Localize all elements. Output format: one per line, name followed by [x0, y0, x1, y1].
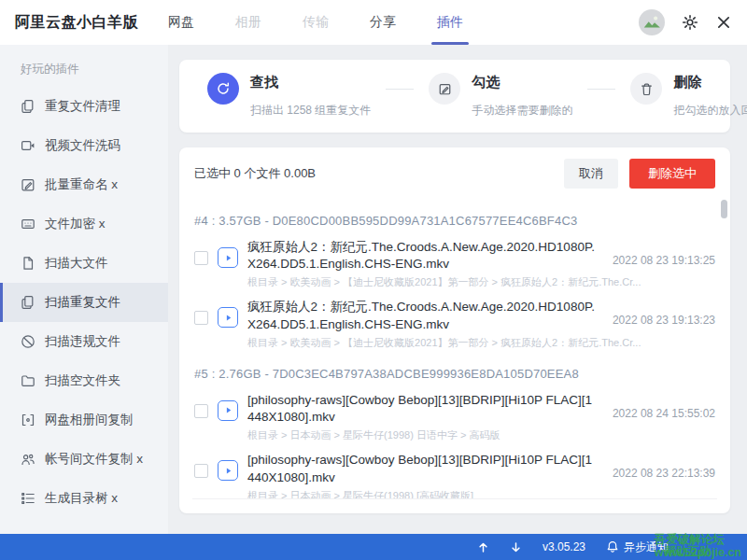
refresh-icon — [207, 73, 239, 105]
selection-bar: 已选中 0 个文件 0.00B 取消 删除选中 — [179, 147, 730, 200]
sidebar-item-label: 帐号间文件复制 x — [45, 451, 143, 468]
sidebar-item-video-wash[interactable]: 视频文件洗码 — [0, 126, 168, 165]
tab-drive[interactable]: 网盘 — [168, 0, 194, 45]
step-find: 查找扫描出 1258 组重复文件 — [207, 73, 371, 119]
close-icon — [715, 14, 732, 31]
file-time: 2022 08 23 19:13:23 — [613, 314, 715, 327]
statusbar: v3.05.23 异步通知 — [0, 534, 747, 560]
video-file-icon[interactable] — [218, 247, 238, 268]
step-check: 勾选手动选择需要删除的 — [429, 73, 572, 119]
step-texts: 删除把勾选的放入回收站 — [673, 73, 747, 119]
scan-large-icon — [21, 256, 35, 271]
trash-icon — [630, 73, 662, 105]
sidebar-item-batch-rename[interactable]: 批量重命名 x — [0, 165, 168, 204]
version-label: v3.05.23 — [543, 540, 585, 553]
titlebar: 阿里云盘小白羊版 网盘相册传输分享插件 — [0, 0, 747, 45]
file-time: 2022 08 24 15:55:02 — [613, 407, 715, 420]
sidebar-item-label: 扫描违规文件 — [45, 333, 120, 350]
edit-icon — [429, 73, 460, 105]
sidebar-item-label: 扫描大文件 — [45, 255, 108, 272]
file-row[interactable]: [philosophy-raws][Cowboy Bebop][13][BDRI… — [179, 445, 730, 498]
scrollbar-thumb[interactable] — [721, 200, 727, 218]
tab-album[interactable]: 相册 — [235, 0, 261, 45]
batch-rename-icon — [21, 177, 35, 192]
tab-plugins[interactable]: 插件 — [437, 0, 463, 45]
file-row[interactable]: 疯狂原始人2：新纪元.The.Croods.A.New.Age.2020.HD1… — [179, 232, 730, 292]
file-row[interactable]: [philosophy-raws][Cowboy Bebop][13][BDRI… — [179, 385, 730, 445]
step-connector — [587, 89, 615, 90]
settings-button[interactable] — [682, 14, 698, 31]
sidebar-item-label: 扫描空文件夹 — [45, 372, 120, 389]
scan-duplicate-icon — [21, 295, 35, 310]
file-list: #4 : 3.57GB - D0E80CD00BB595DD99A731A1C6… — [179, 200, 730, 498]
sidebar-item-scan-duplicate[interactable]: 扫描重复文件 — [0, 283, 168, 322]
file-checkbox[interactable] — [194, 464, 208, 478]
sidebar-item-label: 批量重命名 x — [45, 176, 118, 193]
step-title: 查找 — [250, 73, 371, 91]
selection-summary: 已选中 0 个文件 0.00B — [194, 165, 316, 182]
sidebar-header: 好玩的插件 — [0, 58, 168, 87]
sidebar-item-scan-large[interactable]: 扫描大文件 — [0, 244, 168, 283]
video-file-icon[interactable] — [218, 400, 238, 421]
duplicate-list-card: 已选中 0 个文件 0.00B 取消 删除选中 #4 : 3.57GB - D0… — [179, 147, 730, 513]
duplicate-clean-icon — [21, 99, 35, 114]
sidebar-item-label: 重复文件清理 — [45, 98, 120, 115]
tab-share[interactable]: 分享 — [370, 0, 396, 45]
app-window: 阿里云盘小白羊版 网盘相册传输分享插件 好玩的插件 重复文件清理视频文件洗码批量… — [0, 0, 747, 560]
sidebar-item-label: 生成目录树 x — [45, 490, 118, 507]
sidebar-list: 重复文件清理视频文件洗码批量重命名 x文件加密 x扫描大文件扫描重复文件扫描违规… — [0, 87, 168, 518]
sidebar-item-dir-tree[interactable]: 生成目录树 x — [0, 479, 168, 518]
sidebar-item-scan-violation[interactable]: 扫描违规文件 — [0, 322, 168, 361]
cancel-button[interactable]: 取消 — [564, 159, 618, 189]
upload-button[interactable] — [477, 541, 489, 553]
down-arrow-icon — [510, 541, 522, 553]
sidebar-item-scan-empty-folder[interactable]: 扫描空文件夹 — [0, 361, 168, 400]
close-button[interactable] — [715, 14, 732, 31]
app-body: 好玩的插件 重复文件清理视频文件洗码批量重命名 x文件加密 x扫描大文件扫描重复… — [0, 45, 747, 534]
video-file-icon[interactable] — [218, 460, 238, 481]
dir-tree-icon — [21, 491, 35, 506]
sidebar-item-label: 网盘相册间复制 — [45, 412, 134, 428]
sidebar-item-label: 扫描重复文件 — [45, 294, 120, 311]
delete-selected-button[interactable]: 删除选中 — [629, 159, 715, 189]
avatar-landscape-icon — [641, 12, 662, 33]
file-name: [philosophy-raws][Cowboy Bebop][13][BDRI… — [247, 452, 597, 485]
async-notify-button[interactable]: 异步通知 — [606, 539, 669, 555]
sidebar-item-label: 视频文件洗码 — [45, 137, 120, 154]
video-file-icon[interactable] — [218, 307, 238, 328]
bell-icon — [606, 540, 619, 553]
step-texts: 查找扫描出 1258 组重复文件 — [250, 73, 371, 119]
sidebar-item-label: 文件加密 x — [45, 216, 106, 232]
step-subtitle: 扫描出 1258 组重复文件 — [250, 103, 371, 119]
download-button[interactable] — [510, 541, 522, 553]
step-subtitle: 把勾选的放入回收站 — [673, 103, 747, 119]
step-delete: 删除把勾选的放入回收站 — [630, 73, 747, 119]
gear-icon — [682, 14, 698, 31]
list-footer — [192, 498, 717, 513]
file-checkbox[interactable] — [194, 251, 208, 265]
video-wash-icon — [21, 138, 35, 153]
file-row-content: 疯狂原始人2：新纪元.The.Croods.A.New.Age.2020.HD1… — [247, 299, 715, 349]
tab-transfer[interactable]: 传输 — [303, 0, 329, 45]
group-header: #4 : 3.57GB - D0E80CD00BB595DD99A731A1C6… — [179, 200, 730, 232]
file-checkbox[interactable] — [194, 311, 208, 325]
group-header: #5 : 2.76GB - 7D0C3EC4B797A38ADCBE999936… — [179, 353, 730, 385]
steps-banner: 查找扫描出 1258 组重复文件勾选手动选择需要删除的删除把勾选的放入回收站 — [179, 60, 730, 133]
sidebar-item-file-encrypt[interactable]: 文件加密 x — [0, 204, 168, 244]
file-checkbox[interactable] — [194, 404, 208, 418]
user-avatar[interactable] — [639, 9, 665, 35]
file-path: 根目录 > 日本动画 > 星际牛仔(1998) 日语中字 > 高码版 — [247, 428, 715, 442]
sidebar-item-album-copy[interactable]: 网盘相册间复制 — [0, 400, 168, 440]
file-row[interactable]: 疯狂原始人2：新纪元.The.Croods.A.New.Age.2020.HD1… — [179, 292, 730, 352]
file-time: 2022 08 23 22:13:39 — [613, 467, 715, 480]
file-encrypt-icon — [21, 217, 35, 231]
sidebar-item-duplicate-clean[interactable]: 重复文件清理 — [0, 87, 168, 126]
step-texts: 勾选手动选择需要删除的 — [472, 73, 572, 119]
scan-violation-icon — [21, 334, 35, 349]
album-copy-icon — [21, 413, 35, 427]
file-time: 2022 08 23 19:13:25 — [613, 254, 715, 267]
account-copy-icon — [21, 452, 35, 467]
file-path: 根目录 > 欧美动画 > 【迪士尼收藏版2021】第一部分 > 疯狂原始人2：新… — [247, 275, 715, 289]
sidebar-item-account-copy[interactable]: 帐号间文件复制 x — [0, 440, 168, 479]
file-row-content: [philosophy-raws][Cowboy Bebop][13][BDRI… — [247, 452, 715, 498]
